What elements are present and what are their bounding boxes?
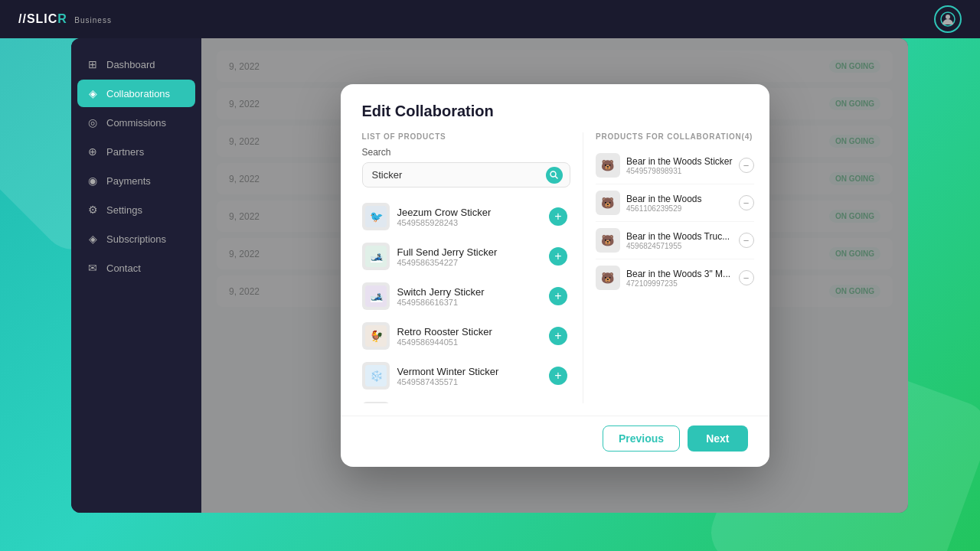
modal-footer: Previous Next xyxy=(341,416,769,467)
partners-icon: ⊕ xyxy=(87,145,99,158)
search-button[interactable] xyxy=(546,167,563,184)
selected-products-panel: PRODUCTS FOR COLLABORATION(4) 🐻 Bear in … xyxy=(583,132,769,403)
product-sku: 4549586616371 xyxy=(397,298,541,307)
list-item[interactable]: 🐦 Jeezum Crow Sticker 4549585928243 + xyxy=(362,197,583,236)
selected-product-item: 🐻 Bear in the Woods 4561106239529 − xyxy=(596,184,754,222)
sidebar-nav: ⊞ Dashboard ◈ Collaborations ◎ Commissio… xyxy=(71,51,201,282)
search-label: Search xyxy=(362,147,583,158)
product-thumbnail: 🐄 xyxy=(362,402,390,403)
svg-text:❄️: ❄️ xyxy=(369,370,383,383)
edit-collaboration-modal: Edit Collaboration LIST OF PRODUCTS Sear… xyxy=(341,84,769,467)
main-content: 9, 2022 ON GOING 9, 2022 ON GOING 9, 202… xyxy=(201,38,908,513)
list-item[interactable]: 🎿 Full Send Jerry Sticker 4549586354227 … xyxy=(362,236,583,276)
list-item[interactable]: 🐄 Beltie Cow Euro Sticker 4549599723571 … xyxy=(362,396,583,403)
selected-product-info: Bear in the Woods Truc... 4596824571955 xyxy=(626,231,733,250)
product-info: Jeezum Crow Sticker 4549585928243 xyxy=(397,207,541,227)
sidebar-item-label-contact: Contact xyxy=(106,262,141,274)
remove-product-button[interactable]: − xyxy=(739,195,754,210)
app-logo: //SLICR Business xyxy=(18,12,112,26)
search-wrap xyxy=(362,162,570,187)
svg-text:🎿: 🎿 xyxy=(369,250,383,263)
sidebar-item-commissions[interactable]: ◎ Commissions xyxy=(77,109,195,136)
selected-product-item: 🐻 Bear in the Woods Sticker 454957989893… xyxy=(596,147,754,184)
remove-product-button[interactable]: − xyxy=(739,233,754,248)
commissions-icon: ◎ xyxy=(87,116,99,129)
search-input[interactable] xyxy=(362,162,570,187)
selected-product-info: Bear in the Woods Sticker 4549579898931 xyxy=(626,156,733,175)
products-panel: LIST OF PRODUCTS Search xyxy=(341,132,583,403)
next-button[interactable]: Next xyxy=(688,425,747,452)
add-product-button[interactable]: + xyxy=(549,327,567,345)
selected-product-info: Bear in the Woods 3" M... 472109997235 xyxy=(626,269,733,288)
selected-product-sku: 472109997235 xyxy=(626,279,733,288)
selected-product-thumbnail: 🐻 xyxy=(596,228,620,253)
app-logo-sub: Business xyxy=(74,16,112,24)
product-name: Full Send Jerry Sticker xyxy=(397,246,541,258)
contact-icon: ✉ xyxy=(87,262,99,274)
user-avatar[interactable] xyxy=(934,5,962,33)
product-thumbnail: 🎿 xyxy=(362,243,390,270)
list-item[interactable]: 🎿 Switch Jerry Sticker 4549586616371 + xyxy=(362,276,583,316)
modal-overlay: Edit Collaboration LIST OF PRODUCTS Sear… xyxy=(201,38,908,513)
svg-point-2 xyxy=(550,171,556,177)
sidebar-item-subscriptions[interactable]: ◈ Subscriptions xyxy=(77,225,195,253)
sidebar-item-dashboard[interactable]: ⊞ Dashboard xyxy=(77,51,195,78)
selected-product-sku: 4596824571955 xyxy=(626,242,733,250)
sidebar-item-collaborations[interactable]: ◈ Collaborations xyxy=(77,80,195,107)
products-panel-label: LIST OF PRODUCTS xyxy=(362,132,583,141)
product-sku: 4549585928243 xyxy=(397,218,541,227)
selected-panel-label: PRODUCTS FOR COLLABORATION(4) xyxy=(596,132,754,141)
sidebar-item-contact[interactable]: ✉ Contact xyxy=(77,254,195,282)
previous-button[interactable]: Previous xyxy=(603,425,680,452)
app-topbar: //SLICR Business xyxy=(0,0,980,38)
payments-icon: ◉ xyxy=(87,174,99,187)
selected-product-name: Bear in the Woods Sticker xyxy=(626,156,733,167)
selected-product-sku: 4549579898931 xyxy=(626,167,733,175)
sidebar-item-label-collaborations: Collaborations xyxy=(106,88,170,99)
add-product-button[interactable]: + xyxy=(549,247,567,266)
sidebar-item-label-subscriptions: Subscriptions xyxy=(106,233,166,245)
product-thumbnail: 🐦 xyxy=(362,203,390,230)
svg-text:🐦: 🐦 xyxy=(369,210,383,223)
product-name: Retro Rooster Sticker xyxy=(397,326,541,337)
list-item[interactable]: ❄️ Vermont Winter Sticker 4549587435571 … xyxy=(362,356,583,396)
modal-header: Edit Collaboration xyxy=(341,84,769,132)
list-item[interactable]: 🐓 Retro Rooster Sticker 4549586944051 + xyxy=(362,316,583,356)
sidebar: ⊞ Dashboard ◈ Collaborations ◎ Commissio… xyxy=(71,38,201,513)
dashboard-icon: ⊞ xyxy=(87,58,99,70)
selected-product-item: 🐻 Bear in the Woods Truc... 459682457195… xyxy=(596,222,754,259)
selected-product-sku: 4561106239529 xyxy=(626,204,733,213)
app-window: ⊞ Dashboard ◈ Collaborations ◎ Commissio… xyxy=(71,38,908,513)
svg-point-1 xyxy=(946,15,950,19)
selected-product-name: Bear in the Woods 3" M... xyxy=(626,269,733,279)
sidebar-item-settings[interactable]: ⚙ Settings xyxy=(77,196,195,223)
svg-text:🎿: 🎿 xyxy=(369,290,383,303)
sidebar-item-partners[interactable]: ⊕ Partners xyxy=(77,138,195,165)
sidebar-item-label-payments: Payments xyxy=(106,175,151,187)
selected-product-thumbnail: 🐻 xyxy=(596,191,620,215)
sidebar-item-label-partners: Partners xyxy=(106,146,144,158)
add-product-button[interactable]: + xyxy=(549,367,567,385)
remove-product-button[interactable]: − xyxy=(739,158,754,173)
product-name: Jeezum Crow Sticker xyxy=(397,207,541,218)
add-product-button[interactable]: + xyxy=(549,287,567,305)
add-product-button[interactable]: + xyxy=(549,207,567,226)
product-sku: 4549587435571 xyxy=(397,377,541,386)
svg-text:🐓: 🐓 xyxy=(369,330,383,343)
product-info: Retro Rooster Sticker 4549586944051 xyxy=(397,326,541,347)
product-thumbnail: ❄️ xyxy=(362,362,390,390)
product-thumbnail: 🎿 xyxy=(362,282,390,310)
sidebar-item-label-dashboard: Dashboard xyxy=(106,59,155,70)
settings-icon: ⚙ xyxy=(87,204,99,216)
product-thumbnail: 🐓 xyxy=(362,322,390,350)
product-sku: 4549586354227 xyxy=(397,258,541,267)
sidebar-item-payments[interactable]: ◉ Payments xyxy=(77,167,195,194)
modal-body: LIST OF PRODUCTS Search xyxy=(341,132,769,416)
svg-line-3 xyxy=(556,177,558,179)
selected-product-name: Bear in the Woods Truc... xyxy=(626,231,733,242)
product-list: 🐦 Jeezum Crow Sticker 4549585928243 + xyxy=(362,197,583,403)
subscriptions-icon: ◈ xyxy=(87,233,99,245)
remove-product-button[interactable]: − xyxy=(739,270,754,285)
selected-product-thumbnail: 🐻 xyxy=(596,153,620,178)
product-info: Full Send Jerry Sticker 4549586354227 xyxy=(397,246,541,267)
